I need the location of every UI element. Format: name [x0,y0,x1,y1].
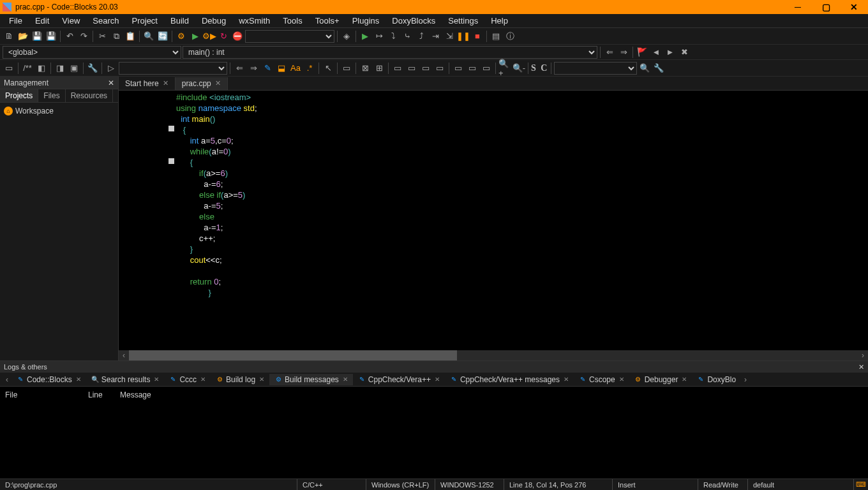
cut-icon[interactable]: ✂ [96,30,108,43]
tool-icon[interactable]: ▭ [433,62,446,75]
build-target-select[interactable] [245,30,334,43]
play-icon[interactable]: ▷ [105,62,117,75]
menu-help[interactable]: Help [484,15,514,27]
save-icon[interactable]: 💾 [31,30,43,43]
log-tab-search[interactable]: 🔍Search results✕ [86,374,165,385]
menu-wxsmith[interactable]: wxSmith [232,15,276,27]
bookmark-toggle-icon[interactable]: 🚩 [636,46,648,59]
sidebar-tab-projects[interactable]: Projects [0,89,38,102]
menu-plugins[interactable]: Plugins [346,15,386,27]
menu-debug[interactable]: Debug [195,15,232,27]
nav-back-icon[interactable]: ⇐ [603,46,616,59]
search-icon[interactable]: 🔍 [638,62,651,75]
horizontal-scrollbar[interactable]: ‹ › [119,350,868,360]
next-instr-icon[interactable]: ⇥ [429,30,442,43]
tool-icon[interactable]: ▭ [419,62,432,75]
open-icon[interactable]: 📂 [17,30,29,43]
step-instr-icon[interactable]: ⇲ [443,30,456,43]
tool-icon[interactable]: ▭ [3,62,15,75]
log-tab-cccc[interactable]: ✎Cccc✕ [164,374,211,385]
log-tab-buildmessages[interactable]: ⚙Build messages✕ [269,374,353,385]
tool-icon[interactable]: ▭ [466,62,479,75]
run-icon[interactable]: ▶ [189,30,202,43]
paste-icon[interactable]: 📋 [124,30,137,43]
tool-icon[interactable]: ⬓ [275,62,288,75]
replace-icon[interactable]: 🔄 [156,30,169,43]
tabs-next-icon[interactable]: › [741,375,750,384]
close-icon[interactable]: ✕ [163,79,168,87]
prev-icon[interactable]: ⇐ [233,62,246,75]
tool-icon[interactable]: ▭ [340,62,353,75]
highlight-icon[interactable]: ✎ [261,62,274,75]
sidebar-tab-resources[interactable]: Resources [66,89,113,102]
tool-icon[interactable]: ▭ [480,62,493,75]
menu-settings[interactable]: Settings [442,15,484,27]
save-all-icon[interactable]: 💾 [45,30,57,43]
log-tab-doxy[interactable]: ✎DoxyBlo [692,374,741,385]
menu-file[interactable]: File [3,15,29,27]
close-icon[interactable]: ✕ [215,79,221,87]
sidebar-tab-files[interactable]: Files [38,89,65,102]
tool-icon[interactable]: ▭ [391,62,404,75]
code-editor[interactable]: #include <iostream> using namespace std;… [119,91,868,350]
log-tab-cppcheck-msg[interactable]: ✎CppCheck/Vera++ messages✕ [445,374,574,385]
tool-icon[interactable]: ▣ [68,62,80,75]
tool-icon[interactable]: ▭ [405,62,418,75]
find-icon[interactable]: 🔍 [142,30,155,43]
bookmark-prev-icon[interactable]: ◄ [650,46,662,59]
next-icon[interactable]: ⇒ [247,62,260,75]
step-into-icon[interactable]: ⤷ [401,30,414,43]
build-icon[interactable]: ⚙ [175,30,188,43]
zoom-in-icon[interactable]: 🔍+ [498,62,511,75]
scope-select[interactable]: <global> [3,46,181,59]
tool-icon[interactable]: ⊠ [359,62,371,75]
workspace-root[interactable]: ⌂ Workspace [3,105,116,117]
debug-windows-icon[interactable]: ▤ [490,30,502,43]
stop-debug-icon[interactable]: ■ [471,30,484,43]
menu-edit[interactable]: Edit [29,15,56,27]
menu-tools[interactable]: Tools [276,15,308,27]
close-icon[interactable]: ✕ [858,363,864,371]
comment-icon[interactable]: /** [21,62,34,75]
debug-start-icon[interactable]: ▶ [359,30,371,43]
scroll-left-icon[interactable]: ‹ [119,350,129,360]
menu-view[interactable]: View [56,15,86,27]
options-icon[interactable]: 🔧 [652,62,665,75]
undo-icon[interactable]: ↶ [63,30,76,43]
tool-icon[interactable]: ◧ [35,62,48,75]
nav-fwd-icon[interactable]: ⇒ [617,46,630,59]
redo-icon[interactable]: ↷ [77,30,90,43]
close-button[interactable]: ✕ [840,0,868,14]
scroll-right-icon[interactable]: › [858,350,868,360]
log-tab-cscope[interactable]: ✎Cscope✕ [574,374,629,385]
log-tab-cppcheck[interactable]: ✎CppCheck/Vera++✕ [353,374,445,385]
logs-body[interactable]: File Line Message [0,387,868,479]
menu-toolsplus[interactable]: Tools+ [309,15,346,27]
bookmark-next-icon[interactable]: ► [664,46,677,59]
minimize-button[interactable]: ─ [784,0,812,14]
regex-icon[interactable]: .* [303,62,316,75]
log-tab-debugger[interactable]: ⚙Debugger✕ [629,374,692,385]
cursor-icon[interactable]: ↖ [322,62,334,75]
keyboard-icon[interactable]: ⌨ [854,480,868,489]
step-out-icon[interactable]: ⤴ [415,30,428,43]
copy-icon[interactable]: ⧉ [110,30,123,43]
tool-icon[interactable]: ▭ [452,62,465,75]
tab-start-here[interactable]: Start here✕ [119,77,176,90]
maximize-button[interactable]: ▢ [812,0,840,14]
search-combo[interactable] [554,62,637,75]
run-to-cursor-icon[interactable]: ↦ [373,30,385,43]
abort-icon[interactable]: ⛔ [231,30,244,43]
build-run-icon[interactable]: ⚙▶ [203,30,216,43]
zoom-out-icon[interactable]: 🔍- [513,62,525,75]
function-select[interactable]: main() : int [183,46,597,59]
menu-project[interactable]: Project [126,15,164,27]
fold-marker-icon[interactable] [168,158,174,164]
menu-build[interactable]: Build [164,15,195,27]
log-tab-buildlog[interactable]: ⚙Build log✕ [211,374,269,385]
script-select[interactable] [119,62,227,75]
scroll-thumb[interactable] [129,350,457,360]
wrench-icon[interactable]: 🔧 [86,62,99,75]
next-line-icon[interactable]: ⤵ [387,30,400,43]
menu-search[interactable]: Search [86,15,125,27]
